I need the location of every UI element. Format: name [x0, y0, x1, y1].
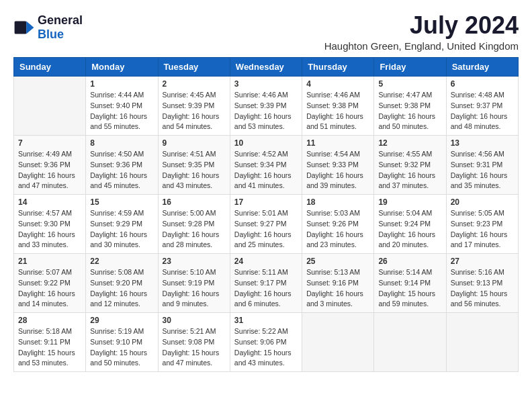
- day-info: Sunrise: 4:52 AM Sunset: 9:34 PM Dayligh…: [234, 149, 298, 191]
- day-header-tuesday: Tuesday: [158, 58, 230, 77]
- title-area: July 2024 Haughton Green, England, Unite…: [324, 13, 519, 52]
- day-number: 22: [90, 257, 153, 266]
- day-info: Sunrise: 5:11 AM Sunset: 9:17 PM Dayligh…: [234, 267, 298, 310]
- calendar-cell: 16Sunrise: 5:00 AM Sunset: 9:28 PM Dayli…: [158, 195, 230, 254]
- day-info: Sunrise: 4:56 AM Sunset: 9:31 PM Dayligh…: [451, 149, 514, 191]
- day-number: 8: [90, 138, 153, 148]
- day-header-monday: Monday: [86, 58, 158, 77]
- month-year: July 2024: [324, 13, 519, 38]
- day-info: Sunrise: 5:04 AM Sunset: 9:24 PM Dayligh…: [378, 208, 441, 250]
- day-info: Sunrise: 4:50 AM Sunset: 9:36 PM Dayligh…: [90, 149, 153, 191]
- day-number: 5: [378, 79, 441, 89]
- calendar-table: SundayMondayTuesdayWednesdayThursdayFrid…: [13, 57, 519, 372]
- calendar-cell: 7Sunrise: 4:49 AM Sunset: 9:36 PM Daylig…: [14, 136, 86, 195]
- calendar-cell: 2Sunrise: 4:45 AM Sunset: 9:39 PM Daylig…: [158, 77, 230, 136]
- day-info: Sunrise: 4:47 AM Sunset: 9:38 PM Dayligh…: [378, 90, 441, 132]
- day-number: 10: [234, 138, 298, 148]
- day-number: 1: [90, 79, 153, 89]
- calendar-cell: 25Sunrise: 5:13 AM Sunset: 9:16 PM Dayli…: [302, 254, 374, 313]
- day-number: 19: [378, 197, 441, 207]
- calendar-cell: 30Sunrise: 5:21 AM Sunset: 9:08 PM Dayli…: [158, 313, 230, 372]
- day-number: 13: [451, 138, 514, 148]
- calendar-cell: 23Sunrise: 5:10 AM Sunset: 9:19 PM Dayli…: [158, 254, 230, 313]
- day-info: Sunrise: 5:01 AM Sunset: 9:27 PM Dayligh…: [234, 208, 298, 250]
- day-info: Sunrise: 4:59 AM Sunset: 9:29 PM Dayligh…: [90, 208, 153, 250]
- week-row-4: 21Sunrise: 5:07 AM Sunset: 9:22 PM Dayli…: [14, 254, 519, 313]
- day-number: 30: [163, 316, 226, 325]
- calendar-cell: 27Sunrise: 5:16 AM Sunset: 9:13 PM Dayli…: [446, 254, 518, 313]
- location: Haughton Green, England, United Kingdom: [324, 40, 519, 52]
- day-info: Sunrise: 4:55 AM Sunset: 9:32 PM Dayligh…: [378, 149, 441, 191]
- day-info: Sunrise: 4:46 AM Sunset: 9:39 PM Dayligh…: [234, 90, 298, 132]
- header: General Blue July 2024 Haughton Green, E…: [13, 13, 519, 52]
- day-number: 11: [306, 138, 369, 148]
- day-info: Sunrise: 5:08 AM Sunset: 9:20 PM Dayligh…: [90, 267, 153, 310]
- day-info: Sunrise: 4:57 AM Sunset: 9:30 PM Dayligh…: [18, 208, 81, 250]
- day-info: Sunrise: 4:49 AM Sunset: 9:36 PM Dayligh…: [18, 149, 81, 191]
- day-info: Sunrise: 5:14 AM Sunset: 9:14 PM Dayligh…: [378, 267, 441, 310]
- day-info: Sunrise: 4:51 AM Sunset: 9:35 PM Dayligh…: [163, 149, 226, 191]
- day-number: 24: [234, 257, 298, 266]
- calendar-cell: 12Sunrise: 4:55 AM Sunset: 9:32 PM Dayli…: [374, 136, 446, 195]
- day-number: 2: [163, 79, 226, 89]
- week-row-1: 1Sunrise: 4:44 AM Sunset: 9:40 PM Daylig…: [14, 77, 519, 136]
- calendar-cell: 1Sunrise: 4:44 AM Sunset: 9:40 PM Daylig…: [86, 77, 158, 136]
- day-number: 4: [306, 79, 369, 89]
- calendar-cell: 18Sunrise: 5:03 AM Sunset: 9:26 PM Dayli…: [302, 195, 374, 254]
- day-number: 25: [306, 257, 369, 266]
- day-number: 7: [18, 138, 81, 148]
- calendar-cell: 11Sunrise: 4:54 AM Sunset: 9:33 PM Dayli…: [302, 136, 374, 195]
- day-header-sunday: Sunday: [14, 58, 86, 77]
- calendar-cell: 26Sunrise: 5:14 AM Sunset: 9:14 PM Dayli…: [374, 254, 446, 313]
- calendar-cell: 4Sunrise: 4:46 AM Sunset: 9:38 PM Daylig…: [302, 77, 374, 136]
- day-number: 9: [163, 138, 226, 148]
- day-header-friday: Friday: [374, 58, 446, 77]
- day-number: 12: [378, 138, 441, 148]
- day-header-saturday: Saturday: [446, 58, 518, 77]
- day-header-wednesday: Wednesday: [230, 58, 302, 77]
- calendar-cell: [14, 77, 86, 136]
- calendar-cell: 29Sunrise: 5:19 AM Sunset: 9:10 PM Dayli…: [86, 313, 158, 372]
- page-container: General Blue July 2024 Haughton Green, E…: [13, 13, 519, 372]
- day-info: Sunrise: 4:54 AM Sunset: 9:33 PM Dayligh…: [306, 149, 369, 191]
- day-number: 15: [90, 197, 153, 207]
- day-number: 14: [18, 197, 81, 207]
- day-info: Sunrise: 5:07 AM Sunset: 9:22 PM Dayligh…: [18, 267, 81, 310]
- calendar-cell: 24Sunrise: 5:11 AM Sunset: 9:17 PM Dayli…: [230, 254, 302, 313]
- day-info: Sunrise: 4:46 AM Sunset: 9:38 PM Dayligh…: [306, 90, 369, 132]
- day-number: 26: [378, 257, 441, 266]
- day-number: 29: [90, 316, 153, 325]
- day-info: Sunrise: 4:45 AM Sunset: 9:39 PM Dayligh…: [163, 90, 226, 132]
- calendar-cell: 9Sunrise: 4:51 AM Sunset: 9:35 PM Daylig…: [158, 136, 230, 195]
- day-number: 28: [18, 316, 81, 325]
- calendar-cell: 10Sunrise: 4:52 AM Sunset: 9:34 PM Dayli…: [230, 136, 302, 195]
- day-info: Sunrise: 5:03 AM Sunset: 9:26 PM Dayligh…: [306, 208, 369, 250]
- calendar-cell: 31Sunrise: 5:22 AM Sunset: 9:06 PM Dayli…: [230, 313, 302, 372]
- calendar-cell: 8Sunrise: 4:50 AM Sunset: 9:36 PM Daylig…: [86, 136, 158, 195]
- day-number: 16: [163, 197, 226, 207]
- days-header-row: SundayMondayTuesdayWednesdayThursdayFrid…: [14, 58, 519, 77]
- week-row-5: 28Sunrise: 5:18 AM Sunset: 9:11 PM Dayli…: [14, 313, 519, 372]
- day-number: 3: [234, 79, 298, 89]
- logo-icon: [13, 17, 35, 38]
- logo: General Blue: [13, 13, 83, 42]
- day-info: Sunrise: 5:22 AM Sunset: 9:06 PM Dayligh…: [234, 326, 298, 369]
- calendar-cell: [302, 313, 374, 372]
- day-number: 18: [306, 197, 369, 207]
- week-row-2: 7Sunrise: 4:49 AM Sunset: 9:36 PM Daylig…: [14, 136, 519, 195]
- calendar-cell: 17Sunrise: 5:01 AM Sunset: 9:27 PM Dayli…: [230, 195, 302, 254]
- calendar-cell: 5Sunrise: 4:47 AM Sunset: 9:38 PM Daylig…: [374, 77, 446, 136]
- day-info: Sunrise: 4:44 AM Sunset: 9:40 PM Dayligh…: [90, 90, 153, 132]
- calendar-cell: 20Sunrise: 5:05 AM Sunset: 9:23 PM Dayli…: [446, 195, 518, 254]
- day-info: Sunrise: 5:05 AM Sunset: 9:23 PM Dayligh…: [451, 208, 514, 250]
- calendar-cell: 6Sunrise: 4:48 AM Sunset: 9:37 PM Daylig…: [446, 77, 518, 136]
- day-number: 27: [451, 257, 514, 266]
- calendar-cell: 13Sunrise: 4:56 AM Sunset: 9:31 PM Dayli…: [446, 136, 518, 195]
- day-number: 31: [234, 316, 298, 325]
- calendar-cell: 22Sunrise: 5:08 AM Sunset: 9:20 PM Dayli…: [86, 254, 158, 313]
- logo-blue: Blue: [38, 28, 64, 41]
- logo-general: General: [38, 13, 83, 27]
- logo-text: General Blue: [38, 13, 83, 42]
- day-info: Sunrise: 5:19 AM Sunset: 9:10 PM Dayligh…: [90, 326, 153, 369]
- calendar-cell: 21Sunrise: 5:07 AM Sunset: 9:22 PM Dayli…: [14, 254, 86, 313]
